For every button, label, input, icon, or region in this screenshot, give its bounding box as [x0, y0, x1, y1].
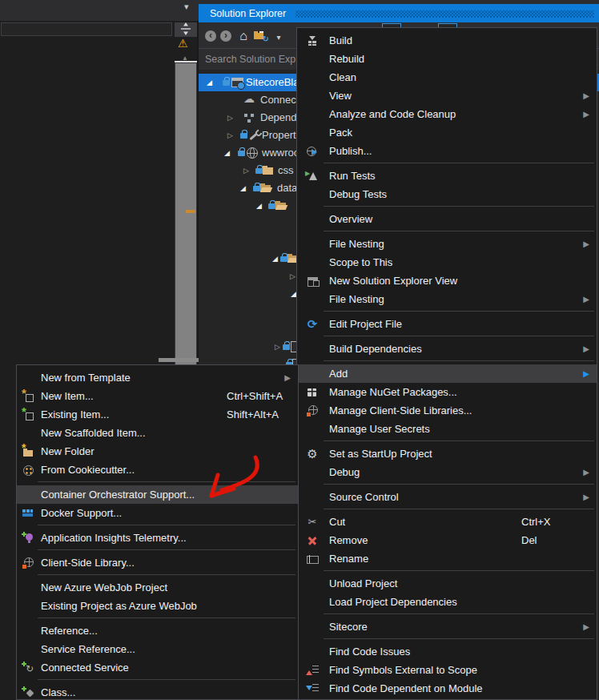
- menu-item-clean[interactable]: Clean: [297, 68, 597, 86]
- menu-item-run-tests[interactable]: Run Tests: [297, 167, 597, 185]
- menu-item-service-reference[interactable]: Service Reference...: [17, 640, 298, 658]
- menu-item-unload-project[interactable]: Unload Project: [297, 574, 597, 593]
- menu-item-label: Docker Support...: [41, 504, 122, 522]
- menu-item-label: Manage NuGet Packages...: [329, 383, 457, 401]
- editor-menu-caret-icon[interactable]: ▾: [184, 2, 189, 12]
- menu-item-debug[interactable]: Debug▶: [297, 463, 597, 481]
- menu-separator: [17, 479, 298, 485]
- class-icon: [22, 686, 34, 699]
- menu-item-build-dependencies[interactable]: Build Dependencies▶: [297, 340, 597, 358]
- lock-icon: [238, 147, 246, 159]
- menu-item-label: Publish...: [329, 142, 372, 160]
- menu-item-analyze-and-code-cleanup[interactable]: Analyze and Code Cleanup▶: [297, 105, 597, 123]
- menu-item-label: New Solution Explorer View: [329, 272, 457, 290]
- scrollbar-top-line: [175, 61, 197, 62]
- menu-item-debug-tests[interactable]: Debug Tests: [297, 185, 597, 203]
- editor-bottom-grip[interactable]: [159, 358, 199, 362]
- warning-icon: ⚠: [178, 37, 188, 50]
- scrollbar-thumb[interactable]: [175, 63, 196, 368]
- menu-item-existing-item[interactable]: Existing Item...Shift+Alt+A: [17, 405, 298, 424]
- menu-separator: [17, 615, 298, 622]
- menu-item-source-control[interactable]: Source Control▶: [297, 488, 597, 506]
- menu-item-docker-support[interactable]: Docker Support...: [17, 504, 298, 522]
- menu-item-find-code-issues[interactable]: Find Code Issues: [297, 642, 597, 661]
- expander-open-icon[interactable]: [240, 183, 253, 194]
- menu-item-new-from-template[interactable]: New from Template▶: [17, 368, 298, 387]
- editor-scrollbar: ⚠ ▲: [175, 22, 197, 351]
- menu-item-publish[interactable]: Publish...: [297, 142, 597, 160]
- editor-header: ▾: [0, 0, 199, 21]
- menu-item-label: Build Dependencies: [329, 340, 422, 358]
- menu-item-new-item[interactable]: New Item...Ctrl+Shift+A: [17, 387, 298, 405]
- expander-closed-icon[interactable]: [227, 112, 240, 123]
- menu-item-client-side-library[interactable]: Client-Side Library...: [17, 553, 298, 572]
- menu-item-manage-user-secrets[interactable]: Manage User Secrets: [297, 420, 597, 438]
- menu-item-scope-to-this[interactable]: Scope to This: [297, 253, 597, 272]
- home-icon[interactable]: [237, 30, 250, 42]
- menu-item-new-solution-explorer-view[interactable]: New Solution Explorer View: [297, 272, 597, 290]
- menu-item-rename[interactable]: Rename: [297, 549, 597, 568]
- dropdown-caret-icon[interactable]: [272, 30, 285, 42]
- globe-icon: [246, 147, 259, 159]
- menu-item-new-azure-webjob-project[interactable]: New Azure WebJob Project: [17, 578, 298, 597]
- menu-item-pack[interactable]: Pack: [297, 123, 597, 142]
- scrollbar-track[interactable]: [175, 61, 197, 368]
- submenu-arrow-icon: ▶: [583, 340, 589, 358]
- menu-item-view[interactable]: View▶: [297, 86, 597, 105]
- submenu-arrow-icon: ▶: [284, 368, 291, 387]
- menu-item-label: Remove: [329, 531, 368, 549]
- menu-item-edit-project-file[interactable]: Edit Project File: [297, 315, 597, 333]
- menu-item-label: Load Project Dependencies: [329, 593, 457, 611]
- solution-explorer-titlebar[interactable]: Solution Explorer: [199, 4, 599, 22]
- menu-item-new-folder[interactable]: New Folder: [17, 442, 298, 461]
- forward-icon[interactable]: [220, 30, 233, 42]
- menu-item-container-orchestrator-support[interactable]: Container Orchestrator Support...: [17, 485, 298, 504]
- submenu-arrow-icon: ▶: [583, 488, 589, 506]
- menu-item-reference[interactable]: Reference...: [17, 622, 298, 640]
- menu-item-find-code-dependent-on-module[interactable]: Find Code Dependent on Module: [297, 679, 597, 698]
- project-icon: [231, 78, 243, 87]
- menu-item-connected-service[interactable]: Connected Service: [17, 658, 298, 677]
- menu-item-label: Rebuild: [329, 50, 364, 68]
- menu-item-application-insights-telemetry[interactable]: Application Insights Telemetry...: [17, 529, 298, 547]
- tree-item-label: Depend: [260, 109, 297, 127]
- menu-item-manage-client-side-libraries[interactable]: Manage Client-Side Libraries...: [297, 401, 597, 420]
- lock-icon: [240, 130, 248, 141]
- submenu-arrow-icon: ▶: [583, 618, 589, 636]
- sync-icon[interactable]: [254, 30, 267, 42]
- menu-item-rebuild[interactable]: Rebuild: [297, 50, 597, 68]
- menu-item-file-nesting[interactable]: File Nesting▶: [297, 290, 597, 308]
- menu-item-manage-nuget-packages[interactable]: Manage NuGet Packages...: [297, 383, 597, 401]
- folder-open-icon: [260, 183, 273, 194]
- menu-item-sitecore[interactable]: Sitecore▶: [297, 618, 597, 636]
- menu-item-class[interactable]: Class...: [17, 683, 298, 700]
- menu-item-file-nesting[interactable]: File Nesting▶: [297, 235, 597, 253]
- menu-item-from-cookiecutter[interactable]: From Cookiecutter...: [17, 461, 298, 479]
- menu-item-new-scaffolded-item[interactable]: New Scaffolded Item...: [17, 424, 298, 442]
- expander-open-icon[interactable]: [256, 200, 269, 211]
- menu-item-cut[interactable]: CutCtrl+X: [297, 513, 597, 531]
- menu-item-label: File Nesting: [329, 290, 384, 308]
- menu-item-remove[interactable]: RemoveDel: [297, 531, 597, 549]
- docker-icon: [22, 507, 34, 520]
- menu-separator: [17, 522, 298, 529]
- existing-item-icon: [22, 408, 34, 421]
- menu-separator: [297, 333, 597, 340]
- splitter-handle-icon[interactable]: [175, 22, 197, 37]
- back-icon[interactable]: [205, 30, 218, 42]
- menu-item-label: Client-Side Library...: [41, 553, 135, 572]
- expander-closed-icon[interactable]: [227, 130, 240, 141]
- expander-open-icon[interactable]: [224, 147, 237, 159]
- menu-item-label: Service Reference...: [41, 640, 135, 658]
- menu-item-build[interactable]: Build: [297, 31, 597, 50]
- expander-closed-icon[interactable]: [243, 165, 256, 176]
- publish-icon: [306, 145, 319, 158]
- menu-item-load-project-dependencies[interactable]: Load Project Dependencies: [297, 593, 597, 611]
- menu-item-find-symbols-external-to-scope[interactable]: Find Symbols External to Scope: [297, 661, 597, 679]
- menu-item-set-as-startup-project[interactable]: Set as StartUp Project: [297, 445, 597, 463]
- menu-item-overview[interactable]: Overview: [297, 210, 597, 228]
- expander-open-icon[interactable]: [207, 77, 219, 88]
- menu-item-add[interactable]: Add▶: [297, 364, 597, 383]
- editor-header-box[interactable]: [1, 22, 172, 36]
- menu-item-existing-project-as-azure-webjob[interactable]: Existing Project as Azure WebJob: [17, 597, 298, 615]
